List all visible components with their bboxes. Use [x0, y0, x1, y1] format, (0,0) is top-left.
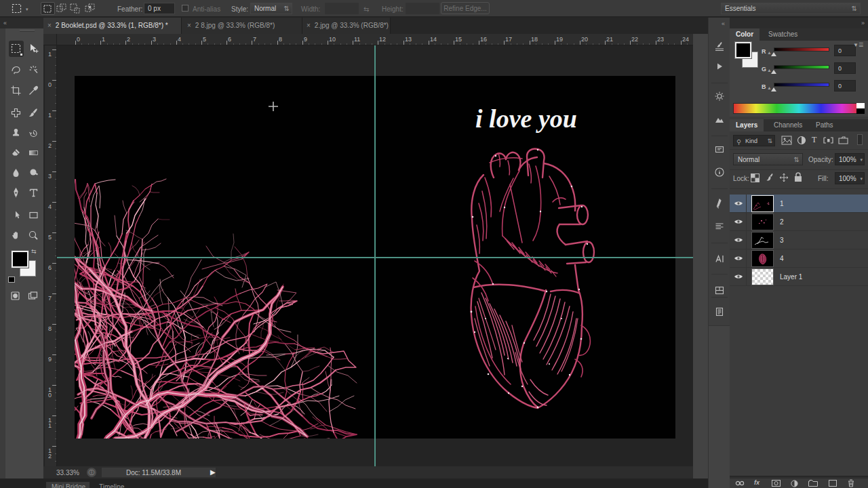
svg-text:i love you: i love you — [475, 104, 577, 133]
